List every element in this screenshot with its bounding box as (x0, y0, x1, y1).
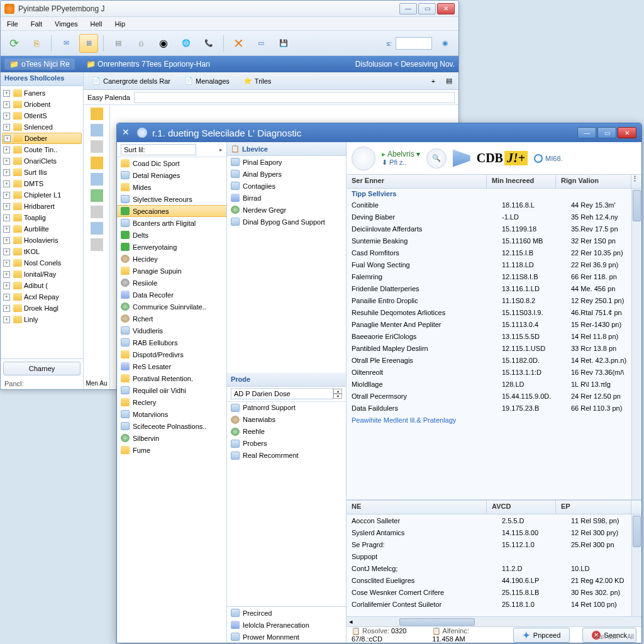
list-item[interactable]: Reehle (227, 426, 346, 438)
diag-mid-list1[interactable]: Pinal EaporyAinal BypersContagiiesBirrad… (227, 156, 346, 228)
tb-help-icon[interactable]: ◉ (436, 34, 455, 53)
table-row[interactable]: Fridenlie Dlatterperies13.116.1.LD44 Me.… (347, 282, 641, 294)
tree-toggle-icon[interactable]: + (3, 214, 10, 221)
table-row[interactable]: Conitible18.116.8.L44 Rey 15.3m' (347, 199, 641, 211)
sidebar-item[interactable]: +Acxl Repay (2, 291, 82, 303)
tree-toggle-icon[interactable]: + (3, 124, 10, 131)
table-row[interactable]: Deiciinlovate Afferdarts15.1199.1835.Rev… (347, 223, 641, 235)
sub-label[interactable]: ⬇ Pfi z.. (382, 158, 420, 167)
list-item[interactable]: Hecidey (117, 253, 226, 265)
list-item[interactable]: Eenveryotaing (117, 241, 226, 253)
diag-titlebar[interactable]: ✕ r.1. dueting Selecilade L' Diagnostic … (117, 123, 641, 142)
tab-1[interactable]: 📄 Menalages (179, 74, 235, 87)
abelvris-link[interactable]: Abelvris ▾ (382, 150, 420, 158)
list-item[interactable]: Scifeceote Polnastions.. (117, 420, 226, 432)
spinner[interactable]: ▴▾ (333, 389, 342, 399)
dropdown-icon[interactable]: ▸ (219, 147, 223, 153)
tb-window-icon[interactable]: ⊞ (79, 34, 98, 53)
list-item[interactable]: Prower Monnment (227, 631, 346, 643)
mini-icon[interactable] (91, 222, 103, 235)
tb-card-icon[interactable]: ▭ (252, 34, 270, 53)
diag-minimize-button[interactable]: — (577, 127, 596, 138)
sidebar-item[interactable]: +Aurblilte (2, 223, 82, 235)
table-row[interactable]: Cose Wesnker Comert Crifere25.115.8.LB30… (347, 586, 641, 598)
list-item[interactable]: Siylective Rereours (117, 193, 226, 205)
mini-icon[interactable] (91, 124, 103, 136)
tree-toggle-icon[interactable]: + (3, 113, 10, 119)
list-item[interactable]: Mides (117, 181, 226, 193)
table-row[interactable]: Panaglie Menter And Pepliter15.1113.0.41… (347, 318, 641, 330)
list-item[interactable]: Motarviions (117, 408, 226, 420)
table-row[interactable]: Mioldllage128.LD1L R\l 13.πlg (347, 378, 641, 390)
table-row[interactable]: Casd Romfitors12.115.I.B22 Rer 10.35 pn) (347, 247, 641, 258)
mini-icon[interactable] (91, 157, 103, 169)
table-row[interactable]: Otrall Pecermsory15.44.115.9.0D.24 Rer 1… (347, 390, 641, 402)
avatar-circle[interactable] (352, 147, 375, 170)
sidebar-item[interactable]: +Nosl Conels (2, 257, 82, 269)
list-item[interactable]: Real Recomrment (227, 450, 346, 462)
list-item[interactable]: Dispotd/Predivrs (117, 348, 226, 360)
list-item[interactable]: Poratival Retention. (117, 372, 226, 384)
diag-maximize-button[interactable]: ▭ (597, 127, 616, 138)
mail-icon[interactable] (453, 150, 470, 167)
sidebar-item[interactable]: +Hoolavieris (2, 235, 82, 246)
list-item[interactable]: Vidudleris (117, 325, 226, 336)
tree-toggle-icon[interactable]: + (3, 237, 10, 244)
table-row[interactable]: Fual Wong Secting11.118.LD22 Rel 36.9 pn… (347, 258, 641, 270)
list-item[interactable]: Birrad (227, 192, 346, 204)
list-item[interactable]: Contagiies (227, 180, 346, 192)
list-item[interactable]: Requilel oiir Vidhi (117, 384, 226, 396)
list-item[interactable]: Probers (227, 438, 346, 450)
sidebar-item[interactable]: +DMTS (2, 178, 82, 189)
tb-door-icon[interactable]: ⎘ (27, 34, 46, 53)
search-icon[interactable]: 🔍 (426, 148, 447, 169)
tree-toggle-icon[interactable]: + (3, 282, 10, 289)
address-input[interactable] (134, 92, 455, 103)
list-item[interactable]: Detal Reniages (117, 169, 226, 181)
list-item[interactable]: Panagie Supuin (117, 265, 226, 277)
grid1-col3[interactable]: Rign Valion (556, 175, 631, 188)
grid1-col-menu[interactable]: ⋮ (631, 175, 641, 188)
list-item[interactable]: Rchert (117, 313, 226, 325)
grid-link[interactable]: Peawihite Medlent lil.& Pratenlagy (347, 416, 641, 425)
table-row[interactable]: Aoccon Salleter2.5.5.D11 Rel S98, pn) (347, 514, 641, 526)
tree-toggle-icon[interactable]: + (3, 147, 10, 153)
menu-hip[interactable]: Hip (113, 19, 128, 29)
main-titlebar[interactable]: Pyintable PPyetembong J — ▭ ✕ (1, 1, 458, 17)
grid2-col3[interactable]: EP (556, 501, 631, 514)
table-row[interactable]: Otrall Ple Ereenagis15.1182.0D.14 Ret. 4… (347, 354, 641, 366)
mini-icon[interactable] (91, 140, 103, 153)
grid1-col1[interactable]: Ser Enner (347, 175, 487, 188)
sidebar-item[interactable]: +Surt Ilis (2, 167, 82, 178)
sidebar-tree[interactable]: +Faners+Oriobent+OtlentS+Snlenced+Doeber… (1, 86, 83, 358)
grid1-col2[interactable]: Min Inecreed (487, 175, 556, 188)
vscrollbar[interactable] (631, 514, 641, 616)
prode-input[interactable] (231, 388, 333, 399)
grid2-col2[interactable]: AVCD (487, 501, 556, 514)
back-icon[interactable]: ✕ (122, 127, 133, 138)
tab-add-button[interactable]: + (427, 75, 440, 87)
sidebar-item[interactable]: +tKOL (2, 246, 82, 257)
sidebar-item[interactable]: +Faners (2, 87, 82, 99)
list-item[interactable]: Nerdew Gregr (227, 204, 346, 216)
table-row[interactable]: Syslerd Antamics14.115.8.0012 Rel 300 pr… (347, 526, 641, 538)
tab-2[interactable]: ⭐ Triles (238, 74, 277, 87)
table-row[interactable]: Suntemie Beaking15.11160 MB32 Rer 1S0 pn (347, 235, 641, 247)
sidebar-footer-button[interactable]: Charney (3, 362, 80, 375)
tree-toggle-icon[interactable]: + (3, 260, 10, 267)
tb-color-icon[interactable]: ◉ (154, 34, 173, 53)
table-row[interactable]: Oiltenreolt15.113.1.1:D16 Rev 73.36(m/\ (347, 366, 641, 378)
table-row[interactable]: Suppopt (347, 550, 641, 562)
proceed-button[interactable]: ✦Pnpceed (513, 628, 570, 643)
menu-falt[interactable]: Falt (28, 19, 45, 29)
tb-delete-icon[interactable]: ✕ (229, 34, 248, 53)
tb-save-icon[interactable]: 💾 (274, 34, 293, 53)
list-item[interactable]: Bcanters arth Fligital (117, 217, 226, 229)
tb-refresh-icon[interactable]: ⟳ (4, 34, 23, 53)
list-item[interactable]: Ielolcla Preranecation (227, 619, 346, 631)
mini-icon[interactable] (91, 206, 103, 218)
sidebar-item[interactable]: +OtlentS (2, 110, 82, 121)
diag-mid-list3[interactable]: PrecircedIelolcla PreranecationPrower Mo… (227, 607, 346, 643)
sidebar-item[interactable]: +Droek Hagl (2, 303, 82, 314)
maximize-button[interactable]: ▭ (418, 3, 436, 14)
